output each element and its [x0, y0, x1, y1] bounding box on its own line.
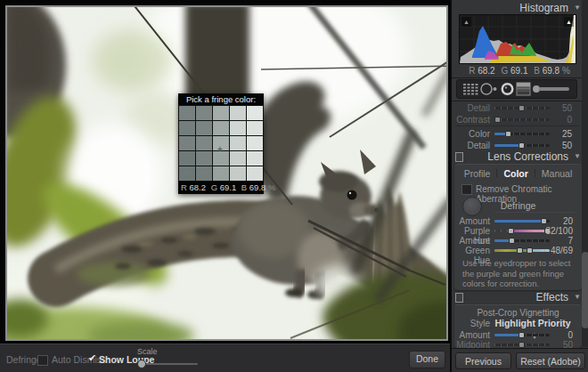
- reset-button[interactable]: Reset (Adobe): [516, 352, 585, 369]
- loupe-swatch[interactable]: [247, 151, 263, 166]
- histogram-header[interactable]: Histogram: [519, 2, 568, 14]
- graduated-filter-icon[interactable]: [516, 82, 531, 96]
- loupe-title: Pick a fringe color:: [178, 93, 264, 105]
- defringe-label: Defringe: [454, 200, 582, 211]
- loupe-swatch[interactable]: [213, 151, 229, 166]
- loupe-swatch[interactable]: [179, 151, 195, 166]
- loupe-swatch[interactable]: [196, 166, 212, 181]
- detail-nr-slider[interactable]: [494, 144, 550, 147]
- loupe-swatch[interactable]: [196, 151, 212, 166]
- loupe-swatch[interactable]: [196, 136, 212, 150]
- slider-knob[interactable]: [519, 332, 525, 338]
- slider-knob[interactable]: [509, 238, 515, 244]
- loupe-swatch-center[interactable]: [213, 136, 229, 150]
- tab-color[interactable]: Color: [503, 168, 527, 179]
- loupe-swatch[interactable]: [179, 121, 195, 135]
- histogram-rgb-readout: R 68.2 G 69.1 B 69.8 %: [459, 66, 576, 76]
- loupe-swatch[interactable]: [230, 136, 246, 150]
- lens-collapse-icon[interactable]: ▼: [574, 152, 581, 160]
- shadow-clipping-icon[interactable]: ▲: [461, 17, 471, 27]
- develop-right-panel: Histogram ▼ ▲ ▲ R 68.2 G 69.1 B 69.8 %: [450, 0, 588, 372]
- slider-knob[interactable]: [505, 131, 511, 137]
- lens-tabs: Profile Color Manual: [454, 167, 582, 179]
- spot-removal-icon[interactable]: [479, 82, 498, 96]
- slider-row-detail-nr: Detail 50: [452, 141, 588, 150]
- slider-row-green-hue: Green Hue 48/69: [454, 246, 582, 255]
- loupe-swatch[interactable]: [196, 106, 212, 120]
- slider-knob[interactable]: [541, 218, 547, 224]
- loupe-swatch[interactable]: [179, 106, 195, 120]
- highlight-clipping-icon[interactable]: ▲: [564, 17, 574, 27]
- loupe-swatch[interactable]: [196, 121, 212, 135]
- tab-profile[interactable]: Profile: [464, 168, 491, 179]
- loupe-swatch[interactable]: [247, 106, 263, 120]
- slider-knob[interactable]: [508, 228, 514, 234]
- done-button[interactable]: Done: [409, 351, 445, 368]
- remove-ca-checkbox[interactable]: [461, 184, 472, 195]
- previous-button[interactable]: Previous: [455, 352, 511, 369]
- loupe-swatch[interactable]: [230, 121, 246, 135]
- panel-footer: Previous Reset (Adobe): [452, 348, 588, 372]
- tab-manual[interactable]: Manual: [542, 168, 572, 179]
- slider-row-defringe-amount: Amount 20: [454, 216, 582, 225]
- green-hue-slider[interactable]: [494, 249, 550, 252]
- loupe-swatch[interactable]: [247, 166, 263, 181]
- vignette-amount-slider[interactable]: [494, 334, 550, 336]
- histogram-chart[interactable]: ▲ ▲: [459, 14, 576, 64]
- effects-collapse-icon[interactable]: ▼: [574, 293, 581, 301]
- style-label: Style: [454, 319, 490, 328]
- slider-knob[interactable]: [519, 342, 525, 348]
- lens-corrections-panel: Profile Color Manual Remove Chromatic Ab…: [454, 164, 582, 290]
- lens-corrections-header[interactable]: Lens Corrections: [487, 150, 568, 163]
- slider-knob[interactable]: [519, 142, 525, 149]
- slider-row-vignette-amount: Amount 0: [454, 330, 582, 339]
- loupe-swatch[interactable]: [247, 121, 263, 135]
- slider-knob[interactable]: [519, 105, 525, 111]
- crop-overlay-icon[interactable]: [462, 83, 478, 95]
- fringe-color-loupe[interactable]: Pick a fringe color:: [178, 93, 264, 194]
- scale-slider-knob[interactable]: [137, 360, 146, 368]
- color-nr-slider[interactable]: [494, 133, 550, 135]
- histogram-collapse-icon[interactable]: ▼: [574, 4, 581, 12]
- slider-knob[interactable]: [494, 117, 501, 123]
- slider-row-contrast: Contrast 0: [452, 115, 588, 124]
- lens-panel-solo-icon[interactable]: [455, 152, 463, 162]
- slider-knob[interactable]: [527, 247, 533, 254]
- loupe-swatch[interactable]: [213, 121, 229, 135]
- effects-panel-solo-icon[interactable]: [455, 293, 463, 303]
- defringe-help-text: Use the eyedropper to select the purple …: [462, 258, 576, 289]
- slider-row-color-nr: Color 25: [452, 129, 588, 138]
- effects-header[interactable]: Effects: [536, 291, 568, 303]
- slider-row-detail-sharpen: Detail 50: [452, 103, 588, 112]
- loupe-rgb-readout: R 68.2 G 69.1 B 69.8 %: [178, 182, 264, 194]
- scale-slider[interactable]: [139, 363, 198, 365]
- green-amount-slider[interactable]: [494, 239, 550, 242]
- show-loupe-check-icon[interactable]: ✔: [88, 352, 96, 364]
- loupe-swatch[interactable]: [179, 136, 195, 150]
- red-eye-icon[interactable]: [500, 82, 515, 96]
- loupe-swatch[interactable]: [247, 136, 263, 150]
- photo-canvas[interactable]: Pick a fringe color:: [5, 5, 448, 341]
- loupe-swatch[interactable]: [230, 166, 246, 181]
- loupe-swatch[interactable]: [179, 166, 195, 181]
- purple-hue-slider[interactable]: [494, 230, 550, 232]
- loupe-swatch[interactable]: [230, 151, 246, 166]
- loupe-swatch-grid[interactable]: +: [178, 105, 264, 182]
- slider-knob[interactable]: [517, 247, 523, 254]
- post-crop-vignetting-label: Post-Crop Vignetting: [454, 308, 582, 318]
- effects-panel: Post-Crop Vignetting Style Highlight Pri…: [454, 304, 582, 348]
- panel-scrollbar-thumb[interactable]: [582, 252, 588, 328]
- tool-strip: [456, 79, 577, 99]
- scale-label: Scale: [137, 347, 158, 356]
- defringe-toolbar: Defringe: Auto Dismiss ✔ Show Loupe Scal…: [0, 344, 450, 372]
- detail-sharpen-slider[interactable]: [494, 107, 550, 109]
- loupe-swatch[interactable]: [230, 106, 246, 120]
- contrast-slider[interactable]: [494, 118, 550, 121]
- loupe-swatch[interactable]: [213, 106, 229, 120]
- slider-row-purple-hue: Purple Hue 32/100: [454, 226, 582, 235]
- auto-dismiss-checkbox[interactable]: [37, 355, 48, 366]
- adjustment-brush-icon[interactable]: [532, 83, 571, 95]
- defringe-amount-slider[interactable]: [494, 220, 550, 222]
- vignette-midpoint-slider[interactable]: [494, 344, 550, 346]
- loupe-swatch[interactable]: [213, 166, 229, 181]
